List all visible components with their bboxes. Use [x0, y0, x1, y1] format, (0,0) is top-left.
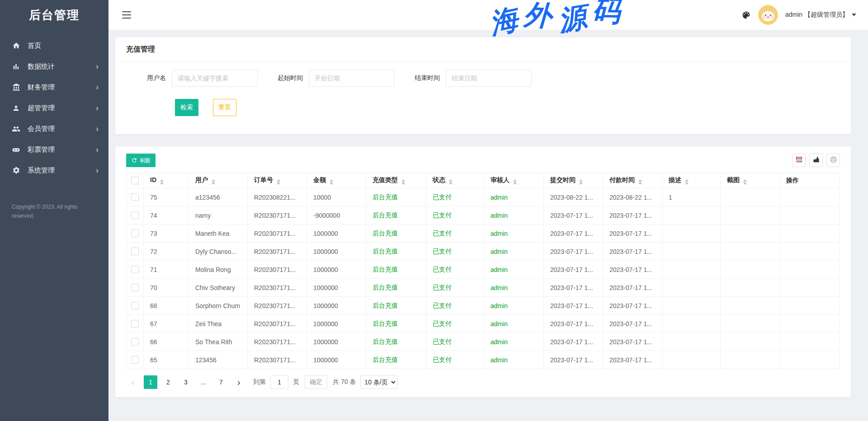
goto-page-input[interactable] — [270, 375, 288, 389]
sidebar-item-system[interactable]: 系统管理› — [0, 160, 108, 181]
sort-icon[interactable] — [401, 179, 405, 185]
filter-form-row: 用户名起始时间结束时间 — [147, 70, 840, 87]
sidebar-item-label: 系统管理 — [28, 166, 96, 175]
page-button-1[interactable]: 1 — [144, 375, 157, 389]
cell-id: 72 — [144, 243, 189, 261]
header-right: admin 【超级管理员】 — [741, 5, 856, 25]
prev-page-button[interactable]: ‹ — [126, 375, 140, 389]
column-label: 用户 — [195, 176, 208, 183]
page-size-select[interactable]: 10 条/页 — [360, 375, 397, 389]
avatar[interactable] — [758, 5, 778, 25]
cell-action — [780, 351, 840, 369]
cell-desc — [662, 243, 721, 261]
end-time-input[interactable] — [446, 70, 532, 87]
row-checkbox[interactable] — [131, 284, 139, 291]
sort-icon[interactable] — [579, 179, 583, 185]
column-header-screenshot: 截图 — [721, 173, 780, 188]
column-label: 金额 — [313, 176, 326, 183]
column-label: 操作 — [786, 177, 799, 184]
cell-type: 后台充值 — [366, 279, 426, 297]
cell-order-no: R202307171... — [248, 225, 307, 243]
cell-desc — [662, 297, 721, 315]
cell-type: 后台充值 — [366, 315, 426, 333]
column-header-status: 状态 — [426, 173, 484, 188]
cell-submit-time: 2023-07-17 1... — [544, 333, 603, 351]
cell-id: 73 — [144, 225, 189, 243]
confirm-button[interactable]: 确定 — [305, 375, 327, 389]
cell-auditor: admin — [484, 225, 544, 243]
next-page-button[interactable]: › — [232, 375, 245, 389]
pagination: ‹ 123...7 › 到第 页 确定 共 70 条 10 条/页 — [126, 375, 840, 389]
sidebar-item-lottery[interactable]: 彩票管理› — [0, 139, 108, 160]
cell-amount: 1000000 — [307, 261, 366, 279]
cell-screenshot — [721, 225, 780, 243]
cell-pay-time: 2023-07-17 1... — [603, 243, 662, 261]
row-checkbox[interactable] — [131, 320, 139, 327]
cell-id: 70 — [144, 279, 189, 297]
sort-icon[interactable] — [277, 179, 280, 185]
row-checkbox[interactable] — [131, 248, 139, 255]
reset-button[interactable]: 重置 — [213, 99, 236, 116]
username-input[interactable] — [172, 70, 258, 87]
search-button[interactable]: 检索 — [175, 99, 198, 116]
user-menu[interactable]: admin 【超级管理员】 — [785, 11, 856, 19]
sidebar-item-label: 财务管理 — [28, 83, 96, 92]
page-unit-label: 页 — [293, 378, 299, 386]
start-time-input[interactable] — [309, 70, 395, 87]
cell-type: 后台充值 — [366, 206, 426, 225]
select-all-header — [127, 173, 144, 188]
sort-icon[interactable] — [685, 179, 689, 185]
sidebar-item-label: 数据统计 — [28, 62, 96, 71]
sidebar-item-members[interactable]: 会员管理› — [0, 118, 108, 139]
cell-status: 已支付 — [426, 225, 484, 243]
table-toolbar: 刷新 — [126, 154, 840, 167]
sidebar-item-data-stats[interactable]: 数据统计› — [0, 56, 108, 77]
chevron-right-icon: › — [96, 104, 99, 112]
sort-icon[interactable] — [638, 179, 642, 185]
sort-icon[interactable] — [743, 179, 747, 185]
cell-submit-time: 2023-07-17 1... — [544, 206, 603, 225]
column-header-action: 操作 — [780, 173, 840, 188]
column-label: 截图 — [727, 176, 740, 183]
row-checkbox[interactable] — [131, 338, 139, 346]
sort-icon[interactable] — [330, 179, 333, 185]
export-button[interactable] — [809, 154, 823, 167]
column-header-desc: 描述 — [662, 173, 721, 188]
row-checkbox[interactable] — [131, 193, 139, 201]
page-button-2[interactable]: 2 — [161, 375, 175, 389]
menu-toggle-button[interactable] — [120, 9, 133, 20]
cell-submit-time: 2023-08-22 1... — [544, 188, 603, 206]
print-button[interactable] — [826, 154, 840, 167]
row-checkbox[interactable] — [131, 266, 139, 273]
app-title: 后台管理 — [0, 0, 108, 30]
cell-user: So Thea Rith — [189, 333, 248, 351]
sidebar-item-super-admin[interactable]: 超管管理› — [0, 98, 108, 118]
select-all-checkbox[interactable] — [131, 177, 139, 184]
columns-button[interactable] — [792, 154, 806, 167]
theme-palette-icon[interactable] — [741, 10, 751, 20]
cell-type: 后台充值 — [366, 333, 426, 351]
filter-card: 充值管理 用户名起始时间结束时间 检索 重置 — [115, 37, 851, 134]
page-button-7[interactable]: 7 — [214, 375, 228, 389]
column-header-pay-time: 付款时间 — [603, 173, 662, 188]
page-button-3[interactable]: 3 — [179, 375, 193, 389]
cell-order-no: R202307171... — [248, 351, 307, 369]
sort-icon[interactable] — [160, 179, 164, 185]
row-checkbox[interactable] — [131, 302, 139, 309]
column-header-amount: 金额 — [307, 173, 366, 188]
sidebar-item-home[interactable]: 首页 — [0, 35, 108, 56]
sort-icon[interactable] — [513, 179, 517, 185]
filter-form: 用户名起始时间结束时间 检索 重置 — [115, 61, 851, 134]
cell-auditor: admin — [484, 351, 544, 369]
sort-icon[interactable] — [449, 179, 453, 185]
sort-icon[interactable] — [212, 179, 215, 185]
column-label: ID — [150, 176, 156, 183]
export-icon — [813, 156, 820, 164]
sidebar-item-finance[interactable]: 财务管理› — [0, 77, 108, 98]
table-row: 71Molina RongR202307171...1000000后台充值已支付… — [127, 261, 840, 279]
cell-screenshot — [721, 333, 780, 351]
row-checkbox[interactable] — [131, 356, 139, 364]
row-checkbox[interactable] — [131, 211, 139, 219]
row-checkbox[interactable] — [131, 229, 139, 237]
refresh-button[interactable]: 刷新 — [126, 154, 156, 167]
